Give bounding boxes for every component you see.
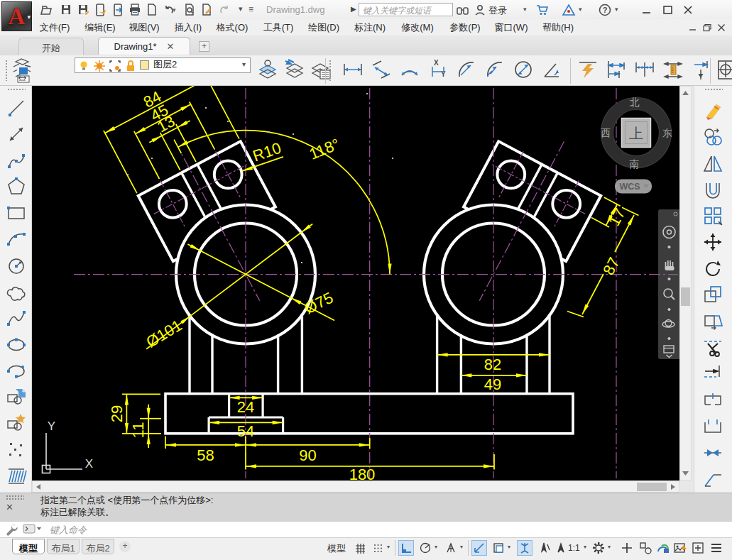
svg-text:180: 180: [349, 466, 376, 481]
svg-text:24: 24: [237, 398, 254, 416]
svg-text:49: 49: [484, 375, 501, 393]
svg-text:X: X: [85, 457, 93, 471]
svg-text:58: 58: [197, 446, 214, 464]
svg-text:11: 11: [129, 422, 147, 439]
svg-text:北: 北: [630, 97, 640, 108]
svg-text:Y: Y: [48, 419, 55, 433]
svg-text:东: 东: [662, 127, 672, 138]
svg-text:南: 南: [630, 158, 640, 170]
svg-text:?: ?: [603, 6, 608, 14]
svg-text:X: X: [434, 59, 439, 67]
svg-text:82: 82: [484, 356, 501, 373]
svg-text:90: 90: [299, 446, 316, 464]
svg-text:29: 29: [108, 405, 126, 422]
svg-text:WCS: WCS: [619, 182, 640, 192]
svg-text:上: 上: [629, 126, 643, 141]
svg-text:西: 西: [601, 127, 611, 138]
